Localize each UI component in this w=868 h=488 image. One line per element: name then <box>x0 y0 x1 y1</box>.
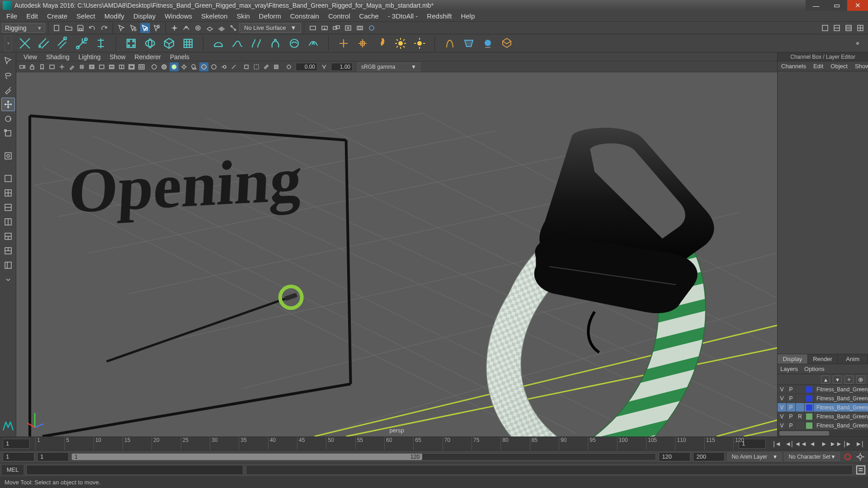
shelf-sun-2-icon[interactable] <box>412 36 427 51</box>
select-by-component-icon[interactable] <box>140 23 150 33</box>
wireframe-icon[interactable] <box>150 62 159 71</box>
play-back-icon[interactable]: ◄ <box>807 439 817 449</box>
layer-visibility-toggle[interactable]: V <box>778 403 787 412</box>
select-by-type-icon[interactable] <box>152 23 162 33</box>
layer-color-swatch[interactable] <box>805 394 814 403</box>
layer-menu-options[interactable]: Options <box>804 366 825 372</box>
cb-tab-object[interactable]: Object <box>829 63 849 70</box>
range-end-inner[interactable]: 120 <box>659 452 690 461</box>
menu-skin[interactable]: Skin <box>232 11 254 22</box>
make-live-icon[interactable] <box>228 23 238 33</box>
prefs-icon[interactable] <box>855 452 865 462</box>
menu-help[interactable]: Help <box>456 11 479 22</box>
snap-point-icon[interactable] <box>193 23 203 33</box>
panel-menu-shading[interactable]: Shading <box>42 53 74 61</box>
shelf-sculpt-icon[interactable] <box>287 36 302 51</box>
xray-joints-icon[interactable] <box>262 62 271 71</box>
character-set-dropdown[interactable]: No Character Set▼ <box>784 452 840 461</box>
menu-deform[interactable]: Deform <box>255 11 286 22</box>
shelf-editor-icon[interactable] <box>853 38 863 48</box>
time-slider[interactable]: 1 15101520253035404550556065707580859095… <box>0 436 868 450</box>
time-ruler[interactable]: 1510152025303540455055606570758085909510… <box>35 437 733 450</box>
layer-row[interactable]: VPFitness_Band_Green_R <box>778 403 868 412</box>
layer-reference-toggle[interactable]: R <box>796 412 805 421</box>
redo-icon[interactable] <box>99 23 109 33</box>
shelf-wire-icon[interactable] <box>230 36 245 51</box>
script-editor-icon[interactable] <box>855 465 866 475</box>
cb-tab-show[interactable]: Show <box>853 63 868 70</box>
snap-plane-icon[interactable] <box>205 23 215 33</box>
menu-create[interactable]: Create <box>42 11 72 22</box>
close-button[interactable]: ✕ <box>847 0 868 11</box>
layer-visibility-toggle[interactable]: V <box>778 385 787 394</box>
layer-playback-toggle[interactable]: P <box>787 412 796 421</box>
menu-file[interactable]: File <box>2 11 22 22</box>
menu-constrain[interactable]: Constrain <box>286 11 324 22</box>
menu-display[interactable]: Display <box>129 11 160 22</box>
shelf-tab-selector[interactable]: ▾ <box>5 35 12 52</box>
layer-reference-toggle[interactable] <box>796 403 805 412</box>
go-to-end-icon[interactable]: ►| <box>854 439 864 449</box>
panel-layout-2-icon[interactable] <box>832 23 842 33</box>
textured-icon[interactable] <box>170 62 179 71</box>
command-input[interactable] <box>26 465 243 475</box>
smooth-shade-icon[interactable] <box>160 62 169 71</box>
range-start-inner[interactable]: 1 <box>37 452 69 461</box>
layer-color-swatch[interactable] <box>805 421 814 430</box>
range-start-outer[interactable]: 1 <box>3 452 34 461</box>
safe-title-icon[interactable] <box>137 62 146 71</box>
range-handle[interactable]: 1120 <box>72 454 422 460</box>
use-all-lights-icon[interactable] <box>179 62 189 71</box>
shelf-wrap-icon[interactable] <box>211 36 226 51</box>
shelf-smooth-bind-icon[interactable] <box>142 36 158 51</box>
menu-cache[interactable]: Cache <box>354 11 383 22</box>
step-fwd-key-icon[interactable]: |► <box>843 439 853 449</box>
panel-layout-4-icon[interactable] <box>855 23 865 33</box>
new-layer-icon[interactable]: ＋ <box>844 375 854 384</box>
layer-playback-toggle[interactable]: P <box>787 394 796 403</box>
shelf-snap-to-point-icon[interactable] <box>17 36 33 51</box>
anti-alias-icon[interactable] <box>229 62 238 71</box>
select-tool-icon[interactable] <box>1 54 15 68</box>
panel-layout-1-icon[interactable] <box>820 23 830 33</box>
grid-icon[interactable] <box>77 62 86 71</box>
layer-tab-render[interactable]: Render <box>808 354 838 364</box>
select-camera-icon[interactable] <box>18 62 27 71</box>
menu-select[interactable]: Select <box>72 11 100 22</box>
shelf-muscle-icon[interactable] <box>306 36 321 51</box>
step-back-key-icon[interactable]: ◄| <box>784 439 794 449</box>
layer-tab-anim[interactable]: Anim <box>838 354 868 364</box>
paint-select-tool-icon[interactable] <box>1 83 15 97</box>
anim-layer-dropdown[interactable]: No Anim Layer▼ <box>727 452 782 461</box>
grease-pencil-icon[interactable] <box>67 62 76 71</box>
layout-2h-icon[interactable] <box>1 201 15 214</box>
shelf-paint-weights-icon[interactable] <box>180 36 196 51</box>
maximize-button[interactable]: ▭ <box>826 0 847 11</box>
xray-icon[interactable] <box>252 62 261 71</box>
new-scene-icon[interactable] <box>52 23 62 33</box>
snap-view-plane-icon[interactable] <box>217 23 226 33</box>
lasso-tool-icon[interactable] <box>1 69 15 82</box>
shelf-rigid-bind-icon[interactable] <box>161 36 177 51</box>
layout-outliner-icon[interactable] <box>1 258 15 272</box>
select-by-object-icon[interactable] <box>128 23 138 33</box>
render-settings-icon[interactable] <box>355 23 365 33</box>
layer-reference-toggle[interactable] <box>796 394 805 403</box>
panel-menu-show[interactable]: Show <box>105 53 130 61</box>
layer-playback-toggle[interactable]: P <box>787 403 796 412</box>
viewport[interactable]: Opening <box>16 72 777 436</box>
menu-redshift[interactable]: Redshift <box>422 11 456 22</box>
undo-icon[interactable] <box>87 23 97 33</box>
menu-control[interactable]: Control <box>324 11 354 22</box>
render-view-icon[interactable] <box>343 23 353 33</box>
film-gate-icon[interactable] <box>87 62 96 71</box>
resolution-gate-icon[interactable] <box>97 62 106 71</box>
layout-4view-icon[interactable] <box>1 186 15 200</box>
range-end-outer[interactable]: 200 <box>693 452 725 461</box>
layer-visibility-toggle[interactable]: V <box>778 394 787 403</box>
live-surface-dropdown[interactable]: No Live Surface▼ <box>239 23 301 33</box>
layout-2v-icon[interactable] <box>1 215 15 229</box>
shelf-flame-icon[interactable] <box>374 36 389 51</box>
bookmarks-icon[interactable] <box>38 62 47 71</box>
safe-action-icon[interactable] <box>127 62 136 71</box>
